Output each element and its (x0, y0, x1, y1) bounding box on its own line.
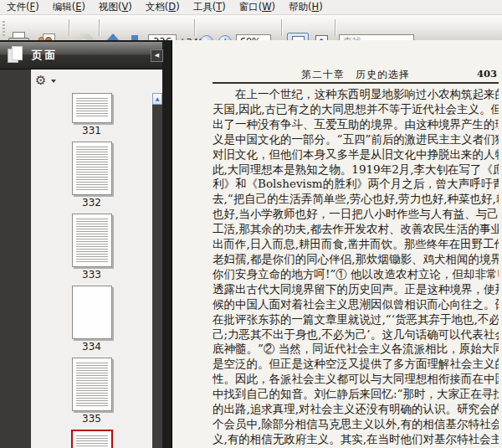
menu-T[interactable]: 工具(T) (187, 0, 233, 15)
thumbnail-page-label: 335 (82, 413, 101, 425)
thumbnail-page-label: 331 (82, 125, 101, 136)
thumbnail-page-image[interactable] (72, 286, 112, 339)
toolbar: / 348 − + 60% ↔ ↕↔ (0, 15, 502, 41)
text-line: 天国,因此,古已有之的大同思想并不等于近代社会主义。但它画 (213, 102, 499, 117)
page-thumbnail[interactable]: 335 (31, 358, 152, 425)
text-line: 义是中国文化的一部分。“五四”前后的激进民主主义者们猛烈反 (213, 132, 499, 147)
pdf-reader-window: 文件(F)编辑(E)视图(V)文档(D)工具(T)窗口(W)帮助(H) / 34… (0, 0, 502, 448)
text-line: 对旧文化，但他们本身又多半是从旧文化中挣脱出来的人物。因 (213, 147, 499, 162)
text-line: 个会员中,除部分相信马克思主义以外,有的相信基尔特社会主 (213, 417, 499, 432)
content-area: 页面 ◀ ⚙ 331332333334335 ▲ 第二十章 历史的选择 40 (0, 40, 502, 448)
menu-bar: 文件(F)编辑(E)视图(V)文档(D)工具(T)窗口(W)帮助(H) (0, 0, 502, 15)
page-running-header: 第二十章 历史的选择 403 (213, 68, 499, 80)
options-dropdown-caret[interactable] (51, 80, 56, 83)
menu-W[interactable]: 窗口(W) (233, 0, 282, 15)
text-line: 性。因此，各派社会主义都可以与大同理想相衔接而在中国人当 (213, 372, 499, 387)
text-line: 在批评张东荪的一篇文章里就说过,“‘货恶其弃于地也,不必藏于 (213, 312, 499, 327)
thumbnail-page-image[interactable] (72, 142, 112, 195)
toolbar-grip (3, 21, 5, 36)
text-line: 中找到自己的知音。刘仁静后来回忆:“那时，大家正在寻找国家 (213, 387, 499, 402)
text-line: 底神髓。”② 当然，同近代社会主义各流派相比，原始大同理想又 (213, 342, 499, 357)
thumbnail-page-image[interactable] (72, 358, 112, 411)
text-line: 己;力恶其不出于身也,不必为己’。这几句话确可以代表社会主义 (213, 327, 499, 342)
document-page[interactable]: 第二十章 历史的选择 403 在上一个世纪，这种东西明显地影响过小农构筑起来的太… (172, 40, 502, 448)
scroll-up-button[interactable]: ▲ (152, 93, 162, 105)
menu-E[interactable]: 编辑(E) (46, 0, 92, 15)
thumbnail-page-image[interactable] (71, 430, 113, 448)
gear-icon[interactable]: ⚙ (35, 73, 46, 88)
page-number: 403 (477, 68, 497, 80)
menu-H[interactable]: 帮助(H) (282, 0, 330, 15)
text-line: 出而作,日入而息,耕田而食,凿井而饮。那些终年在田野工作的父 (213, 237, 499, 252)
pages-panel-header: 页面 ◀ (0, 42, 162, 70)
text-line: 此,大同理想本是熟知之物。1919年2月,李大钊在写了《庶民的胜 (213, 162, 499, 178)
menu-V[interactable]: 视图(V) (92, 0, 139, 15)
thumbnail-page-label: 332 (82, 197, 101, 209)
text-line: 出了一种没有争斗、互爱互助的境界。由这种境界产生的理想主 (213, 117, 499, 132)
pages-panel-title: 页面 (32, 49, 58, 63)
page-thumbnail-current[interactable] (31, 430, 152, 448)
text-line: 义,有的相信无政府主义。其实,在当时他们对基尔特社会主义和 (213, 432, 499, 447)
menu-F[interactable]: 文件(F) (0, 0, 46, 15)
thumbnail-list: 331332333334335 (31, 93, 152, 448)
page-thumbnail[interactable]: 332 (31, 142, 152, 209)
page-thumbnail[interactable]: 331 (31, 93, 152, 136)
menu-D[interactable]: 文档(D) (139, 0, 187, 15)
text-line: 透露出古代大同境界留下的历史回声。正是这种境界，使那个时 (213, 282, 499, 297)
thumbnail-scrollbar[interactable]: ▲ (152, 93, 162, 448)
page-thumbnail[interactable]: 333 (31, 214, 152, 281)
page-text: 在上一个世纪，这种东西明显地影响过小农构筑起来的太平天国,因此,古已有之的大同思… (213, 87, 499, 447)
text-line: 老妇孺,都是你们的同心伴侣,那炊烟锄影、鸡犬相闻的境界,才是 (213, 252, 499, 267)
text-line: 去,“把自己的生活弄简单些,劳心也好,劳力也好,种菜也好,耕田 (213, 192, 499, 207)
pages-panel-icon[interactable] (8, 46, 24, 65)
text-line: 候的中国人面对着社会主义思潮因似曾相识而心向往之。邵力子 (213, 297, 499, 312)
page-thumbnail[interactable]: 334 (31, 286, 152, 353)
page-thumbnails-panel: ⚙ 331332333334335 ▲ (31, 70, 162, 448)
thumbnail-page-image[interactable] (72, 93, 112, 123)
collapse-panel-button[interactable]: ◀ (151, 49, 163, 62)
chapter-title: 第二十章 历史的选择 (213, 68, 499, 82)
text-line: 在上一个世纪，这种东西明显地影响过小农构筑起来的太平 (213, 87, 499, 102)
header-rule (213, 82, 499, 84)
text-line: 工活,那其余的功夫,都去作开发农村、改善农民生活的事业”,“日 (213, 222, 499, 237)
thumbnail-page-image[interactable] (72, 214, 112, 267)
text-line: 的出路,追求真理,对社会主义还没有明确的认识。研究会的几十 (213, 402, 499, 417)
thumbnail-page-label: 333 (82, 269, 101, 281)
text-line: 也好,当小学教师也好，一日把八小时作些与人有益、与己有益的 (213, 207, 499, 222)
panel-options-row: ⚙ (31, 70, 162, 93)
text-line: 利》和《Bolshevism的胜利》两个月之后，曾大声呼吁青年到农村 (213, 177, 499, 192)
navigation-strip (0, 70, 31, 448)
text-line: 你们安身立命的地方呵!”① 他以改造农村立论，但却非常明显地 (213, 267, 499, 282)
text-line: 是空泛的。但正是这种空泛又提供了多方面理解社会主义的可能 (213, 357, 499, 372)
thumbnail-page-label: 334 (82, 341, 101, 353)
